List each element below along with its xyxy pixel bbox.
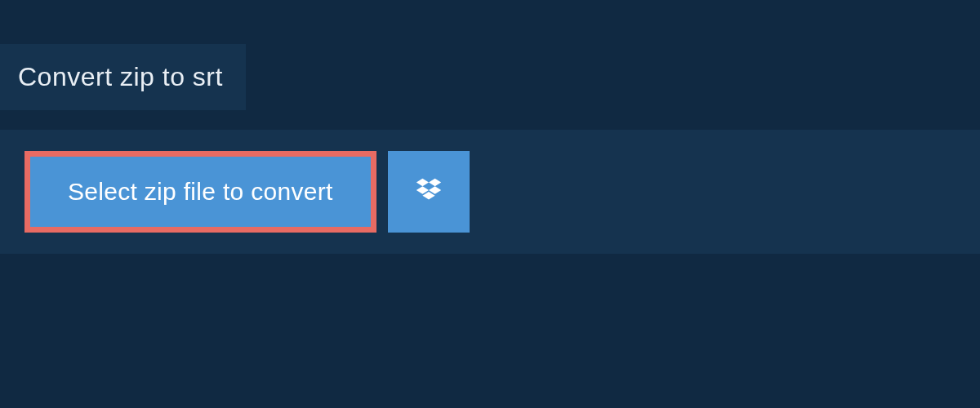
button-row: Select zip file to convert <box>24 151 956 233</box>
page-title: Convert zip to srt <box>0 44 246 110</box>
dropbox-button[interactable] <box>388 151 470 233</box>
dropbox-icon <box>413 175 444 209</box>
select-file-button[interactable]: Select zip file to convert <box>24 151 376 233</box>
page-title-text: Convert zip to srt <box>18 62 223 91</box>
upload-panel: Select zip file to convert <box>0 130 980 254</box>
select-file-label: Select zip file to convert <box>68 178 333 206</box>
